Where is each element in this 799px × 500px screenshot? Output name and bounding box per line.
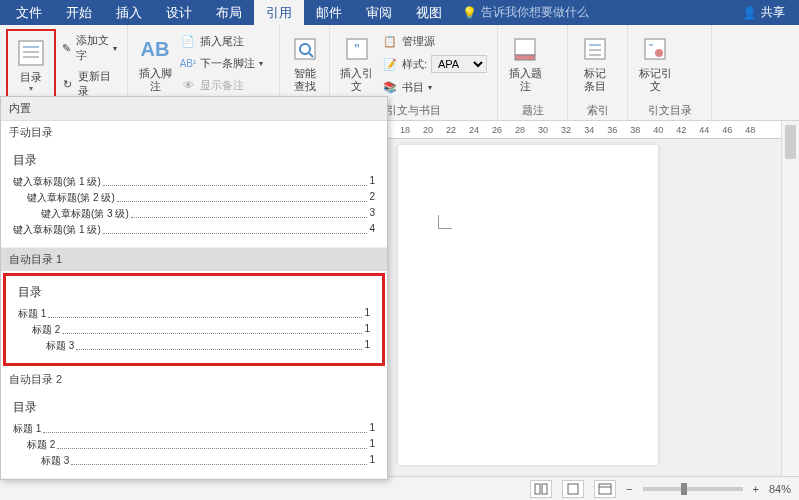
toc-line: 键入章标题(第 3 级)3 [13, 207, 375, 221]
tab-审阅[interactable]: 审阅 [354, 0, 404, 25]
tab-布局[interactable]: 布局 [204, 0, 254, 25]
endnote-icon: 📄 [180, 33, 196, 49]
lookup-icon [289, 33, 321, 65]
citation-label: 插入引文 [336, 67, 378, 93]
caption-icon [509, 33, 541, 65]
tab-视图[interactable]: 视图 [404, 0, 454, 25]
tab-邮件[interactable]: 邮件 [304, 0, 354, 25]
ruler-tick: 30 [538, 125, 548, 135]
toc-label: 目录 [20, 71, 42, 84]
svg-text:": " [354, 41, 359, 57]
next-footnote-button[interactable]: AB¹下一条脚注▾ [176, 53, 267, 73]
toc-button[interactable]: 目录 ▾ [10, 33, 52, 93]
preview-heading: 目录 [13, 152, 375, 169]
toc-line: 标题 11 [18, 307, 370, 321]
view-print-button[interactable] [562, 480, 584, 498]
document-page[interactable] [398, 145, 658, 465]
auto-toc-2-option[interactable]: 自动目录 2 [1, 368, 387, 391]
show-label: 显示备注 [200, 78, 244, 93]
show-notes-button: 👁显示备注 [176, 75, 267, 95]
tab-文件[interactable]: 文件 [4, 0, 54, 25]
zoom-in-button[interactable]: + [753, 483, 759, 495]
tab-开始[interactable]: 开始 [54, 0, 104, 25]
style-dropdown[interactable]: APA [431, 55, 487, 73]
auto-toc-2-preview[interactable]: 目录 标题 11标题 21标题 31 [1, 391, 387, 479]
manage-icon: 📋 [382, 33, 398, 49]
toc-line: 标题 31 [18, 339, 370, 353]
svg-rect-9 [515, 39, 535, 55]
scrollbar-thumb[interactable] [785, 125, 796, 159]
tab-引用[interactable]: 引用 [254, 0, 304, 25]
ruler-tick: 26 [492, 125, 502, 135]
zoom-slider[interactable] [643, 487, 743, 491]
lightbulb-icon: 💡 [462, 6, 477, 20]
svg-point-17 [655, 49, 663, 57]
index-icon [579, 33, 611, 65]
biblio-label: 书目 [402, 80, 424, 95]
auto-toc-1-option[interactable]: 自动目录 1 [1, 248, 387, 271]
footnote-label: 插入脚注 [134, 67, 176, 93]
bibliography-button[interactable]: 📚书目▾ [378, 77, 491, 97]
ruler-tick: 34 [584, 125, 594, 135]
biblio-icon: 📚 [382, 79, 398, 95]
toc-line: 键入章标题(第 1 级)4 [13, 223, 375, 237]
svg-rect-0 [19, 41, 43, 65]
svg-rect-15 [645, 39, 665, 59]
zoom-level[interactable]: 84% [769, 483, 791, 495]
ruler-tick: 32 [561, 125, 571, 135]
svg-rect-19 [542, 484, 547, 494]
view-read-button[interactable] [530, 480, 552, 498]
chevron-down-icon: ▾ [29, 84, 33, 93]
ruler-tick: 46 [722, 125, 732, 135]
svg-rect-20 [568, 484, 578, 494]
horizontal-ruler[interactable]: 18202224262830323436384042444648 [388, 121, 781, 139]
toc-line: 标题 11 [13, 422, 375, 436]
svg-rect-11 [585, 39, 605, 59]
show-icon: 👁 [180, 77, 196, 93]
vertical-scrollbar[interactable] [781, 121, 799, 476]
tell-me-search[interactable]: 💡 告诉我你想要做什么 [462, 4, 589, 21]
view-web-button[interactable] [594, 480, 616, 498]
chevron-down-icon: ▾ [259, 59, 263, 68]
menu-tabs: 文件开始插入设计布局引用邮件审阅视图 [4, 0, 454, 25]
ruler-tick: 36 [607, 125, 617, 135]
toc-line: 键入章标题(第 2 级)2 [13, 191, 375, 205]
style-icon: 📝 [382, 56, 398, 72]
style-label: 样式: [402, 57, 427, 72]
ribbon-group-toa: 标记引文 引文目录 [628, 25, 712, 120]
endnote-label: 插入尾注 [200, 34, 244, 49]
caption-label: 插入题注 [504, 67, 546, 93]
ruler-tick: 28 [515, 125, 525, 135]
menubar: 文件开始插入设计布局引用邮件审阅视图 💡 告诉我你想要做什么 👤 共享 [0, 0, 799, 25]
manual-toc-preview[interactable]: 目录 键入章标题(第 1 级)1键入章标题(第 2 级)2键入章标题(第 3 级… [1, 144, 387, 248]
insert-endnote-button[interactable]: 📄插入尾注 [176, 31, 267, 51]
group-title-toa: 引文目录 [628, 103, 711, 118]
ruler-tick: 22 [446, 125, 456, 135]
tab-设计[interactable]: 设计 [154, 0, 204, 25]
add-text-button[interactable]: ✎添加文字▾ [56, 31, 121, 65]
zoom-out-button[interactable]: − [626, 483, 632, 495]
preview-heading: 目录 [13, 399, 375, 416]
svg-rect-10 [515, 55, 535, 60]
add-text-icon: ✎ [60, 40, 72, 56]
zoom-handle[interactable] [681, 483, 687, 495]
preview-heading: 目录 [18, 284, 370, 301]
auto-toc-1-preview[interactable]: 目录 标题 11标题 21标题 31 [3, 273, 385, 366]
search-placeholder: 告诉我你想要做什么 [481, 4, 589, 21]
ruler-tick: 48 [745, 125, 755, 135]
group-title-index: 索引 [568, 103, 627, 118]
toc-line: 标题 31 [13, 454, 375, 468]
manual-toc-option[interactable]: 手动目录 [1, 121, 387, 144]
share-button[interactable]: 👤 共享 [732, 4, 795, 21]
update-label: 更新目录 [78, 69, 117, 99]
svg-rect-21 [599, 484, 611, 494]
citation-icon: " [341, 33, 373, 65]
next-label: 下一条脚注 [200, 56, 255, 71]
document-area: 18202224262830323436384042444648 [388, 121, 781, 476]
person-icon: 👤 [742, 6, 757, 20]
lookup-label: 智能 查找 [294, 67, 316, 93]
manage-sources-button[interactable]: 📋管理源 [378, 31, 491, 51]
svg-rect-18 [535, 484, 540, 494]
tab-插入[interactable]: 插入 [104, 0, 154, 25]
style-select[interactable]: 📝样式:APA [378, 53, 491, 75]
